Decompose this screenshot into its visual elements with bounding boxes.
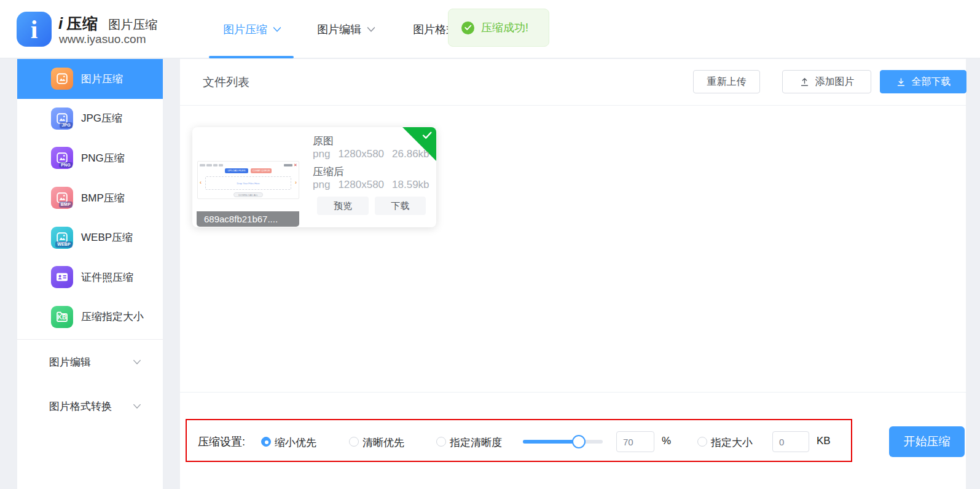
sidebar-section-image-format[interactable]: 图片格式转换 — [17, 384, 163, 428]
radio-shrink-first[interactable] — [261, 437, 271, 447]
radio-shrink-first-label[interactable]: 缩小优先 — [275, 436, 316, 450]
compressed-info: png 1280x580 18.59kb — [313, 179, 429, 191]
chevron-down-icon — [367, 26, 375, 33]
success-check-icon — [461, 22, 474, 34]
compressed-format: png — [313, 179, 330, 191]
success-toast-text: 压缩成功! — [481, 20, 528, 35]
kb-text: KB — [51, 314, 73, 321]
png-badge: PNG — [59, 162, 73, 168]
sidebar-section-label: 图片格式转换 — [49, 399, 112, 413]
sidebar-item-webp-compress[interactable]: WEBP WEBP压缩 — [17, 217, 163, 257]
brand-product-label: 图片压缩 — [108, 17, 157, 33]
chevron-down-icon — [133, 359, 141, 365]
radio-clarity-first-label[interactable]: 清晰优先 — [363, 436, 404, 450]
download-icon — [896, 77, 906, 87]
radio-set-clarity[interactable] — [436, 437, 446, 447]
tab-image-compress[interactable]: 图片压缩 — [223, 0, 281, 58]
compress-settings-box: 压缩设置: 缩小优先 清晰优先 指定清晰度 % 指定大小 KB — [186, 419, 852, 462]
tab-image-edit[interactable]: 图片编辑 — [317, 0, 375, 58]
file-card: ✕ UPLOAD FILES CLEAR QUEUE Drop Your Fil… — [192, 127, 436, 227]
radio-set-size-label[interactable]: 指定大小 — [711, 436, 753, 450]
percent-unit: % — [662, 435, 671, 447]
sidebar-item-jpg-compress[interactable]: JPG JPG压缩 — [17, 99, 163, 139]
original-info: png 1280x580 26.86kb — [313, 148, 429, 160]
add-images-label: 添加图片 — [815, 76, 855, 88]
brand-url: www.iyasuo.com — [59, 33, 146, 46]
radio-set-clarity-label[interactable]: 指定清晰度 — [450, 436, 502, 450]
chevron-down-icon — [273, 26, 281, 33]
corner-check-icon — [422, 131, 433, 139]
thumb-drop-zone: Drop Your Files Here — [205, 176, 291, 190]
jpg-compress-icon: JPG — [51, 108, 73, 130]
original-label: 原图 — [313, 134, 334, 148]
sidebar-item-label: WEBP压缩 — [81, 230, 133, 244]
thumb-clear-button: CLEAR QUEUE — [251, 168, 272, 173]
slider-thumb[interactable] — [572, 435, 586, 448]
radio-clarity-first[interactable] — [349, 437, 359, 447]
tab-image-compress-label: 图片压缩 — [223, 22, 267, 37]
start-compress-label: 开始压缩 — [904, 434, 951, 450]
active-tab-underline — [209, 56, 294, 58]
success-toast: 压缩成功! — [448, 9, 549, 47]
download-button[interactable]: 下载 — [375, 197, 426, 215]
add-images-button[interactable]: 添加图片 — [782, 70, 871, 93]
bmp-badge: BMP — [59, 201, 73, 208]
clarity-slider[interactable] — [523, 440, 603, 444]
settings-label: 压缩设置: — [198, 434, 245, 449]
reupload-label: 重新上传 — [707, 76, 747, 88]
sidebar-item-label: 图片压缩 — [81, 72, 123, 86]
jpg-badge: JPG — [60, 122, 73, 128]
brand-title: i 压缩 图片压缩 — [58, 14, 157, 34]
main-panel: 文件列表 重新上传 添加图片 全部下载 ✕ UPLOAD FILES CLEAR… — [180, 59, 966, 489]
brand-title-text: 压缩 — [66, 14, 98, 34]
sidebar-item-label: 证件照压缩 — [81, 270, 133, 284]
file-thumbnail[interactable]: ✕ UPLOAD FILES CLEAR QUEUE Drop Your Fil… — [197, 161, 299, 199]
brand-title-i: i — [58, 14, 63, 33]
sidebar-item-id-photo-compress[interactable]: 证件照压缩 — [17, 257, 163, 297]
chevron-down-icon — [133, 404, 141, 409]
preview-label: 预览 — [334, 200, 352, 212]
sidebar-section-image-edit[interactable]: 图片编辑 — [17, 340, 163, 384]
sidebar-item-png-compress[interactable]: PNG PNG压缩 — [17, 138, 163, 178]
sidebar: 图片压缩 JPG JPG压缩 PNG PNG压缩 B — [17, 59, 163, 489]
size-unit: KB — [817, 435, 831, 447]
percent-input[interactable] — [616, 431, 654, 452]
compressed-size: 18.59kb — [392, 179, 429, 191]
file-name: 689ac8fb21b67.... — [197, 211, 299, 227]
brand-logo-icon: i — [17, 12, 52, 47]
sidebar-item-compress-to-size[interactable]: KB 压缩指定大小 — [17, 297, 163, 337]
thumb-close-icon: ✕ — [294, 163, 297, 167]
thumb-next-arrow: › — [295, 179, 297, 186]
original-format: png — [313, 148, 330, 160]
sidebar-item-bmp-compress[interactable]: BMP BMP压缩 — [17, 178, 163, 218]
sidebar-item-label: PNG压缩 — [81, 151, 125, 165]
divider — [180, 105, 966, 106]
sidebar-item-label: JPG压缩 — [81, 111, 122, 125]
webp-badge: WEBP — [55, 241, 73, 248]
preview-button[interactable]: 预览 — [317, 197, 369, 215]
download-all-label: 全部下载 — [912, 76, 951, 88]
bmp-compress-icon: BMP — [51, 187, 73, 209]
sidebar-item-label: BMP压缩 — [81, 191, 125, 205]
radio-set-size[interactable] — [697, 437, 707, 447]
tab-image-edit-label: 图片编辑 — [317, 22, 361, 37]
thumb-prev-arrow: ‹ — [200, 179, 202, 186]
sidebar-item-label: 压缩指定大小 — [81, 310, 144, 324]
kb-folder-icon: KB — [51, 306, 73, 328]
compressed-label: 压缩后 — [313, 165, 344, 179]
compressed-dimensions: 1280x580 — [338, 179, 384, 191]
thumb-upload-button: UPLOAD FILES — [225, 168, 248, 173]
reupload-button[interactable]: 重新上传 — [693, 70, 760, 93]
original-dimensions: 1280x580 — [338, 148, 384, 160]
slider-fill — [523, 440, 579, 444]
sidebar-section-label: 图片编辑 — [49, 355, 91, 369]
image-compress-icon — [51, 68, 73, 90]
download-label: 下载 — [391, 200, 410, 212]
download-all-button[interactable]: 全部下载 — [880, 70, 966, 93]
start-compress-button[interactable]: 开始压缩 — [889, 426, 965, 457]
original-size: 26.86kb — [392, 148, 429, 160]
sidebar-item-image-compress[interactable]: 图片压缩 — [17, 59, 163, 99]
png-compress-icon: PNG — [51, 147, 73, 169]
size-input[interactable] — [772, 431, 809, 452]
id-photo-icon — [51, 266, 73, 288]
